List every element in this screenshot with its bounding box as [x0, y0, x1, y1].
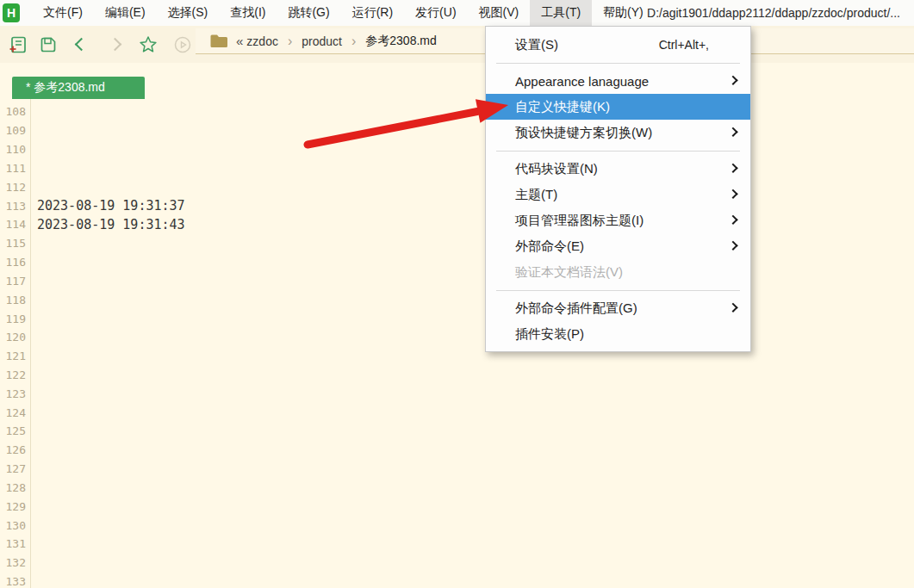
menu-view[interactable]: 视图(V) [468, 0, 531, 26]
line-row[interactable]: 125 [0, 422, 914, 441]
breadcrumb-separator-icon: › [351, 34, 356, 49]
menu-item-label: 代码块设置(N) [515, 161, 598, 177]
menu-item-appearance-language[interactable]: Appearance lanaguage [486, 68, 750, 94]
new-document-icon [8, 34, 28, 55]
line-row[interactable]: 126 [0, 441, 914, 460]
submenu-arrow-icon [728, 127, 737, 137]
line-number: 128 [0, 481, 26, 494]
line-row[interactable]: 117 [0, 271, 914, 290]
line-row[interactable]: 118 [0, 290, 914, 309]
line-row[interactable]: 131 [0, 535, 914, 554]
line-row[interactable]: 122 [0, 366, 914, 385]
line-row[interactable]: 128 [0, 479, 914, 498]
line-number: 123 [0, 387, 26, 400]
menu-run[interactable]: 运行(R) [341, 0, 404, 26]
menu-item-label: 预设快捷键方案切换(W) [515, 125, 652, 141]
save-icon [38, 34, 59, 55]
menu-item-external-command-plugin-config[interactable]: 外部命令插件配置(G) [486, 295, 750, 321]
breadcrumb-item-file[interactable]: 参考2308.md [365, 34, 436, 49]
line-row[interactable]: 124 [0, 403, 914, 422]
line-row[interactable]: 1132023-08-19 19:31:37 [0, 196, 914, 215]
line-row[interactable]: 121 [0, 347, 914, 366]
line-number: 116 [0, 256, 26, 269]
editor[interactable]: 1081091101111121132023-08-19 19:31:37114… [0, 99, 914, 588]
line-row[interactable]: 119 [0, 309, 914, 328]
submenu-arrow-icon [728, 76, 737, 85]
menu-file[interactable]: 文件(F) [32, 0, 94, 26]
menu-goto[interactable]: 跳转(G) [277, 0, 340, 26]
favorite-button[interactable] [137, 34, 159, 56]
menu-item-theme[interactable]: 主题(T) [486, 182, 750, 207]
menu-item-external-commands[interactable]: 外部命令(E) [486, 233, 750, 259]
save-button[interactable] [37, 34, 59, 56]
menu-item-label: 项目管理器图标主题(I) [515, 213, 644, 229]
line-row[interactable]: 127 [0, 460, 914, 479]
menu-item-plugin-install[interactable]: 插件安装(P) [486, 321, 750, 347]
line-text: 2023-08-19 19:31:37 [37, 198, 185, 214]
submenu-arrow-icon [728, 303, 737, 313]
menu-item-label: 设置(S) [515, 37, 558, 53]
line-row[interactable]: 111 [0, 158, 914, 177]
submenu-arrow-icon [728, 215, 737, 225]
back-button[interactable] [70, 34, 92, 56]
menu-item-label: 插件安装(P) [515, 326, 584, 343]
line-row[interactable]: 130 [0, 516, 914, 535]
menu-find[interactable]: 查找(I) [219, 0, 277, 26]
menu-tools[interactable]: 工具(T) [530, 0, 592, 26]
line-number: 122 [0, 368, 26, 381]
line-row[interactable]: 1142023-08-19 19:31:43 [0, 215, 914, 234]
menu-item-label: 自定义快捷键(K) [515, 99, 610, 115]
play-circle-icon [172, 34, 193, 55]
menubar-items: 文件(F) 编辑(E) 选择(S) 查找(I) 跳转(G) 运行(R) 发行(U… [32, 0, 655, 26]
menu-item-label: Appearance lanaguage [515, 74, 649, 89]
editor-lines: 1081091101111121132023-08-19 19:31:37114… [0, 102, 914, 588]
menu-item-settings[interactable]: 设置(S) Ctrl+Alt+, [486, 32, 750, 58]
menu-item-label: 外部命令插件配置(G) [515, 300, 637, 317]
chevron-left-icon [74, 38, 88, 52]
line-text: 2023-08-19 19:31:43 [37, 217, 185, 232]
menu-item-label: 主题(T) [515, 187, 557, 203]
new-document-button[interactable] [7, 34, 29, 56]
line-row[interactable]: 116 [0, 253, 914, 272]
submenu-arrow-icon [728, 189, 737, 199]
breadcrumb-item-product[interactable]: product [302, 34, 342, 48]
line-number: 132 [0, 556, 26, 569]
menu-edit[interactable]: 编辑(E) [94, 0, 157, 26]
line-row[interactable]: 109 [0, 121, 914, 140]
line-number: 119 [0, 313, 26, 325]
tools-dropdown-menu: 设置(S) Ctrl+Alt+, Appearance lanaguage 自定… [485, 26, 751, 352]
breadcrumb-item-zzdoc[interactable]: zzdoc [246, 34, 278, 48]
line-number: 115 [0, 237, 26, 250]
line-number: 108 [0, 105, 26, 118]
line-row[interactable]: 108 [0, 102, 914, 121]
window-title-path: D:/agit1901/ddapp2112/ddapp/zzdoc/produc… [647, 0, 900, 26]
line-number: 124 [0, 406, 26, 419]
folder-icon [209, 33, 229, 50]
menu-item-preset-shortcut-scheme[interactable]: 预设快捷键方案切换(W) [486, 120, 750, 145]
menu-separator [486, 145, 750, 156]
line-row[interactable]: 129 [0, 497, 914, 516]
chevron-right-icon [108, 38, 121, 52]
menu-select[interactable]: 选择(S) [157, 0, 220, 26]
menu-publish[interactable]: 发行(U) [404, 0, 467, 26]
menu-item-project-manager-icon-theme[interactable]: 项目管理器图标主题(I) [486, 207, 750, 233]
menu-item-custom-shortcuts[interactable]: 自定义快捷键(K) [486, 94, 750, 120]
line-number: 121 [0, 350, 26, 362]
line-number: 112 [0, 181, 26, 194]
breadcrumb-collapse-icon[interactable]: « [236, 34, 243, 48]
menu-item-label: 外部命令(E) [515, 238, 584, 255]
line-row[interactable]: 110 [0, 140, 914, 159]
run-preview-button[interactable] [171, 34, 194, 56]
submenu-arrow-icon [728, 241, 737, 251]
forward-button[interactable] [103, 34, 126, 56]
menu-item-code-block-settings[interactable]: 代码块设置(N) [486, 156, 750, 182]
line-row[interactable]: 133 [0, 573, 914, 588]
tab-active-file[interactable]: * 参考2308.md [12, 77, 145, 99]
line-row[interactable]: 123 [0, 384, 914, 403]
line-row[interactable]: 112 [0, 177, 914, 196]
line-row[interactable]: 120 [0, 328, 914, 347]
line-row[interactable]: 115 [0, 234, 914, 253]
line-row[interactable]: 132 [0, 554, 914, 573]
line-number: 109 [0, 124, 26, 137]
menu-help[interactable]: 帮助(Y) [592, 0, 655, 26]
